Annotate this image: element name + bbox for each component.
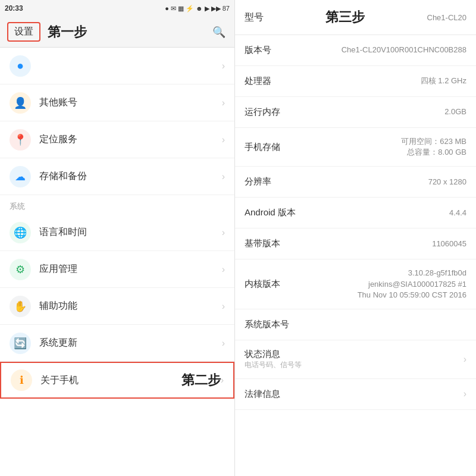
menu-label-other-account: 其他账号 [39, 96, 222, 109]
menu-icon-other-account: 👤 [10, 92, 31, 114]
row-status[interactable]: 状态消息 电话号码、信号等 › [235, 340, 476, 379]
chevron-icon-language: › [222, 227, 225, 238]
battery-icon: ● ✉ ▦ ⚡ ☻ ▶ ▶▶ 87 [165, 5, 230, 12]
menu-label-accessibility: 辅助功能 [39, 300, 222, 312]
row-legal[interactable]: 法律信息 › [235, 379, 476, 410]
settings-button[interactable]: 设置 [7, 22, 40, 42]
menu-icon-location: 📍 [10, 129, 31, 151]
chevron-icon-system-update: › [222, 338, 225, 349]
value-phone-storage: 可用空间：623 MB总容量：8.00 GB [401, 136, 466, 158]
row-sys-version: 系统版本号 [235, 309, 476, 340]
menu-list: ● › 👤 其他账号 › 📍 定位服务 › ☁ 存储和备份 [0, 48, 234, 476]
menu-item-other-account[interactable]: 👤 其他账号 › [0, 84, 234, 121]
row-phone-storage: 手机存储 可用空间：623 MB总容量：8.00 GB [235, 128, 476, 167]
menu-item-about-phone[interactable]: ℹ 关于手机 第二步 › [0, 362, 234, 399]
step2-label: 第二步 [181, 371, 221, 389]
menu-label-language: 语言和时间 [39, 226, 222, 239]
chevron-right-icon-legal: › [464, 389, 466, 399]
value-version-num: Che1-CL20V100R001CHNC00B288 [342, 45, 466, 55]
info-header: 型号 第三步 Che1-CL20 [235, 0, 476, 35]
chevron-icon-location: › [222, 134, 225, 145]
status-time: 20:33 [5, 4, 23, 12]
label-legal: 法律信息 [245, 389, 292, 400]
chevron-icon-storage: › [222, 171, 225, 182]
value-ram: 2.0GB [444, 107, 466, 117]
label-status: 状态消息 [245, 349, 302, 360]
left-header: 设置 第一步 🔍 [0, 17, 234, 48]
label-resolution: 分辨率 [245, 176, 292, 187]
chevron-icon-other-account: › [222, 98, 225, 108]
row-version-num: 版本号 Che1-CL20V100R001CHNC00B288 [235, 35, 476, 66]
label-android-ver: Android 版本 [245, 207, 296, 218]
menu-icon-app-mgmt: ⚙ [10, 259, 31, 280]
menu-item-location[interactable]: 📍 定位服务 › [0, 121, 234, 158]
left-panel: 20:33 ● ✉ ▦ ⚡ ☻ ▶ ▶▶ 87 设置 第一步 🔍 ● › 👤 其… [0, 0, 235, 476]
menu-item-app-mgmt[interactable]: ⚙ 应用管理 › [0, 251, 234, 288]
menu-icon-system-update: 🔄 [10, 333, 31, 354]
menu-icon-language: 🌐 [10, 222, 31, 243]
status-bar: 20:33 ● ✉ ▦ ⚡ ☻ ▶ ▶▶ 87 [0, 0, 234, 17]
menu-label-about-phone: 关于手机 [40, 374, 177, 387]
chevron-icon-first: › [222, 61, 225, 71]
sublabel-status: 电话号码、信号等 [245, 360, 302, 370]
chevron-right-icon-status: › [464, 354, 466, 365]
menu-icon-accessibility: ✋ [10, 296, 31, 317]
chevron-icon-app-mgmt: › [222, 264, 225, 275]
value-processor: 四核 1.2 GHz [421, 76, 466, 86]
menu-item-system-update[interactable]: 🔄 系统更新 › [0, 325, 234, 362]
menu-label-storage: 存储和备份 [39, 170, 222, 183]
left-header-title: 第一步 [48, 23, 203, 41]
menu-label-system-update: 系统更新 [39, 337, 222, 349]
value-baseband: 11060045 [432, 239, 466, 249]
menu-icon-storage: ☁ [10, 166, 31, 187]
menu-item-accessibility[interactable]: ✋ 辅助功能 › [0, 288, 234, 325]
menu-item-language[interactable]: 🌐 语言和时间 › [0, 214, 234, 251]
chevron-icon-about-phone: › [221, 375, 224, 386]
row-resolution: 分辨率 720 x 1280 [235, 167, 476, 198]
row-android-ver: Android 版本 4.4.4 [235, 198, 476, 228]
status-label-group: 状态消息 电话号码、信号等 [245, 349, 302, 370]
status-icons: ● ✉ ▦ ⚡ ☻ ▶ ▶▶ 87 [165, 5, 230, 12]
right-panel: 型号 第三步 Che1-CL20 版本号 Che1-CL20V100R001CH… [235, 0, 476, 476]
menu-label-app-mgmt: 应用管理 [39, 263, 222, 275]
label-baseband: 基带版本 [245, 238, 292, 249]
label-kernel: 内核版本 [245, 278, 292, 290]
value-resolution: 720 x 1280 [428, 177, 466, 187]
row-baseband: 基带版本 11060045 [235, 228, 476, 259]
row-ram: 运行内存 2.0GB [235, 97, 476, 128]
label-processor: 处理器 [245, 76, 292, 87]
label-phone-storage: 手机存储 [245, 142, 292, 153]
value-kernel: 3.10.28-g5f1fb0djenkins@SIA1000017825 #1… [358, 268, 466, 300]
chevron-icon-accessibility: › [222, 301, 225, 312]
menu-icon-first: ● [10, 55, 31, 77]
value-android-ver: 4.4.4 [449, 208, 466, 218]
info-header-right: Che1-CL20 [427, 13, 467, 22]
menu-icon-about-phone: ℹ [11, 369, 32, 391]
menu-item-first[interactable]: ● › [0, 48, 234, 84]
label-version-num: 版本号 [245, 45, 292, 56]
row-kernel: 内核版本 3.10.28-g5f1fb0djenkins@SIA10000178… [235, 259, 476, 309]
info-header-center: 第三步 [325, 8, 365, 26]
row-processor: 处理器 四核 1.2 GHz [235, 66, 476, 97]
menu-item-storage[interactable]: ☁ 存储和备份 › [0, 158, 234, 195]
label-ram: 运行内存 [245, 107, 292, 118]
search-icon[interactable]: 🔍 [211, 24, 227, 40]
info-header-left: 型号 [245, 11, 264, 24]
label-sys-version: 系统版本号 [245, 319, 292, 330]
section-system-label: 系统 [0, 195, 234, 214]
menu-label-location: 定位服务 [39, 133, 222, 146]
